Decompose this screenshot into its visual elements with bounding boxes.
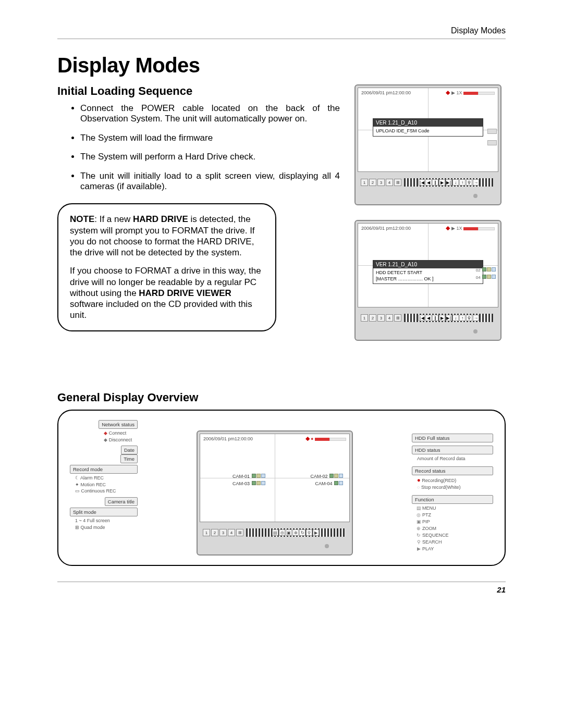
label-split-mode: Split mode: [70, 508, 138, 516]
footer-rule: [57, 582, 506, 582]
note-box: NOTE: If a new HARD DRIVE is detected, t…: [57, 203, 276, 331]
right-tag-02: 02: [476, 267, 496, 273]
sequence-icon: ↻: [299, 529, 305, 536]
full-screen-label: 1 ~ 4 Full screen: [75, 517, 136, 524]
ov-top-right: ◆ ●: [305, 435, 346, 442]
monitor-illustration-2: 2006/09/01 pm12:00:00 ◆ ▶ 1X VER 1.21_D_…: [354, 220, 501, 341]
channel-button-2: 2: [211, 529, 218, 536]
play-icon: ▶: [313, 529, 319, 536]
timestamp-2: 2006/09/01 pm12:00:00: [361, 226, 411, 231]
label-camera-title: Camera title: [105, 497, 138, 506]
quad-button: ⊞: [394, 179, 401, 186]
pause-icon: ∥: [432, 179, 438, 186]
next-icon: →: [473, 315, 479, 321]
timestamp-1: 2006/09/01 pm12:00:00: [361, 90, 411, 95]
version-header-2: VER 1.21_D_A10: [373, 261, 483, 268]
top-right-status-1: ◆ ▶ 1X: [446, 89, 495, 96]
bullet-4: The unit will initially load to a split …: [80, 171, 340, 192]
quad-mode-label: ⊞ Quad mode: [75, 524, 136, 531]
control-bar-2: 1 2 3 4 ⊞ ∣◀ ◀ ∥ ▶ ▶∣ ↓ ↑ ⚲ →: [358, 314, 498, 322]
net-connect-icon: ◆ Connect: [104, 430, 136, 437]
down-icon: ↓: [452, 179, 459, 186]
channel-button-4: 4: [386, 179, 393, 186]
overview-diagram: Network status ◆ Connect ◆ Disconnect Da…: [57, 410, 506, 566]
continuous-rec-icon: ▭ Continuous REC: [75, 488, 136, 495]
net-disconnect-icon: ◆ Disconnect: [104, 437, 136, 443]
ov-timestamp: 2006/09/01 pm12:00:00: [203, 436, 253, 441]
alarm-rec-icon: ☾ Alarm REC: [75, 475, 136, 482]
channel-button-1: 1: [361, 179, 368, 186]
channel-button-2: 2: [369, 179, 376, 186]
page-title: Display Modes: [57, 54, 506, 77]
channel-button-1: 1: [361, 314, 368, 322]
hard-drive-strong: HARD DRIVE: [133, 214, 188, 224]
cam-03-label: CAM-03: [232, 481, 265, 486]
bullet-3: The System will perform a Hard Drive che…: [80, 152, 340, 162]
section-heading-2: General Display Overview: [57, 391, 506, 404]
cam-04-label: CAM-04: [315, 481, 343, 486]
rewind-icon: ◀: [425, 315, 432, 321]
motion-rec-icon: ✦ Motion REC: [75, 482, 136, 488]
next-icon: →: [473, 179, 479, 186]
bullet-2: The System will load the firmware: [80, 133, 340, 143]
func-ptz: ◎PTZ: [416, 512, 491, 519]
bullet-1: Connect the POWER cable located on the b…: [80, 103, 340, 125]
version-header-1: VER 1.21_D_A10: [373, 119, 483, 127]
hdd-status-sub: Amount of Record data: [412, 454, 493, 463]
channel-button-4: 4: [228, 529, 235, 536]
viewer-strong: HARD DRIVE VIEWER: [139, 288, 231, 298]
quad-button: ⊞: [394, 314, 401, 322]
label-hdd-status: HDD status: [412, 446, 493, 454]
label-function: Function: [412, 495, 493, 504]
bullet-list: Connect the POWER cable located on the b…: [57, 103, 340, 192]
up-icon: ↑: [459, 179, 466, 186]
recording-red-icon: ● Recording(RED): [417, 476, 491, 484]
func-zoom: ⊕ZOOM: [416, 525, 491, 532]
func-search: ⚲SEARCH: [416, 539, 491, 546]
prev-start-icon: ∣◀: [419, 179, 425, 186]
film-strip: ∣◀ ◀ ∥ ▶ ▶∣ ↓ ↑ ⚲ →: [404, 178, 494, 187]
side-tab-icon: [487, 140, 497, 145]
top-right-status-2: ◆ ▶ 1X: [446, 225, 495, 231]
channel-button-2: 2: [369, 314, 376, 322]
next-end-icon: ▶∣: [446, 179, 452, 186]
note-paragraph-1: NOTE: If a new HARD DRIVE is detected, t…: [70, 214, 264, 258]
channel-button-4: 4: [386, 314, 393, 322]
zoom-icon: ⚲: [466, 315, 472, 321]
cam-01-label: CAM-01: [232, 474, 265, 479]
prev-start-icon: ∣◀: [419, 315, 425, 321]
zoom-icon: ⊕: [292, 529, 299, 536]
next-end-icon: ▶∣: [446, 315, 452, 321]
monitor-illustration-1: 2006/09/01 pm12:00:00 ◆ ▶ 1X VER 1.21_D_…: [354, 84, 501, 205]
channel-button-3: 3: [377, 314, 385, 322]
label-hdd-full: HDD Full status: [412, 434, 493, 442]
label-record-mode: Record mode: [70, 465, 138, 474]
label-time: Time: [120, 454, 138, 463]
label-network-status: Network status: [99, 420, 138, 429]
play-icon: ▶: [439, 179, 445, 186]
overview-monitor: 2006/09/01 pm12:00:00 ◆ ● CAM-01 CAM-02 …: [197, 430, 353, 556]
up-icon: ↑: [459, 315, 466, 321]
cam-02-label: CAM-02: [310, 474, 343, 479]
ptz-icon: ◎: [279, 529, 285, 536]
channel-button-3: 3: [219, 529, 227, 536]
play-icon: ▶: [439, 315, 445, 321]
channel-button-3: 3: [377, 179, 385, 186]
section-heading-1: Initial Loading Sequence: [57, 84, 340, 98]
func-play: ▶PLAY: [416, 546, 491, 552]
note-label: NOTE: [70, 214, 94, 224]
control-bar-1: 1 2 3 4 ⊞ ∣◀ ◀ ∥ ▶ ▶∣ ↓ ↑ ⚲ →: [358, 178, 498, 187]
ov-control-bar: 1 2 3 4 ⊞ ▤ ◎ ▣ ⊕ ↻ ⚲ ▶: [200, 528, 350, 537]
page-number: 21: [57, 585, 506, 594]
rewind-icon: ◀: [425, 179, 432, 186]
power-knob-icon: [325, 544, 329, 548]
zoom-icon: ⚲: [466, 179, 472, 186]
breadcrumb: Display Modes: [57, 26, 506, 39]
pause-icon: ∥: [432, 315, 438, 321]
stop-white-icon: ○ Stop record(White): [417, 484, 491, 491]
func-sequence: ↻SEQUENCE: [416, 532, 491, 539]
label-record-status: Record status: [412, 466, 493, 475]
film-strip: ∣◀ ◀ ∥ ▶ ▶∣ ↓ ↑ ⚲ →: [404, 314, 494, 322]
hdd-detect-body: HDD DETECT START [MASTER ……………. OK ]: [373, 268, 483, 283]
side-tab-icon: [487, 129, 497, 134]
